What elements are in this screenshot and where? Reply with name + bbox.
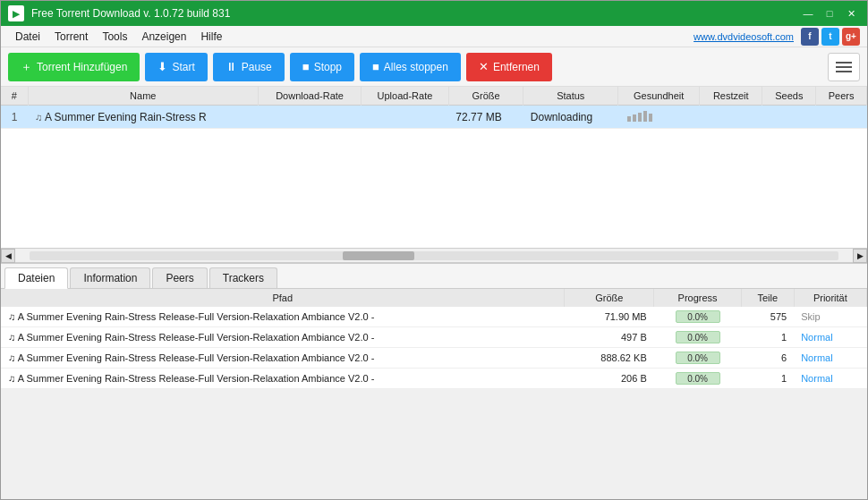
file-size: 206 B [565, 369, 654, 389]
toolbar: ＋ Torrent Hinzufügen ⬇ Start ⏸ Pause ■ S… [1, 47, 867, 87]
files-table-body: ♫ A Summer Evening Rain-Stress Release-F… [1, 307, 867, 389]
scroll-track[interactable] [30, 251, 838, 260]
googleplus-icon[interactable]: g+ [842, 28, 860, 46]
file-path: ♫ A Summer Evening Rain-Stress Release-F… [1, 307, 565, 327]
col-pfad: Pfad [1, 289, 565, 307]
torrent-table: # Name Download-Rate Upload-Rate Größe S… [1, 87, 867, 129]
row-health [618, 106, 700, 129]
tab-trackers[interactable]: Trackers [209, 267, 277, 288]
col-size: Größe [448, 87, 523, 106]
file-priority: Normal [794, 327, 866, 348]
list-item[interactable]: ♫ A Summer Evening Rain-Stress Release-F… [1, 307, 867, 327]
menu-hilfe[interactable]: Hilfe [193, 29, 229, 45]
pause-icon: ⏸ [226, 60, 237, 73]
file-teile: 6 [741, 348, 794, 369]
svg-rect-2 [638, 113, 642, 122]
stop-icon: ■ [302, 60, 310, 73]
row-peers [816, 106, 867, 129]
col-health: Gesundheit [618, 87, 700, 106]
col-teile: Teile [741, 289, 794, 307]
file-progress: 0.0% [654, 369, 742, 389]
pause-button[interactable]: ⏸ Pause [213, 53, 285, 81]
file-progress: 0.0% [654, 327, 742, 348]
file-teile: 575 [741, 307, 794, 327]
files-table-header: Pfad Größe Progress Teile Priorität [1, 289, 867, 307]
hamburger-button[interactable] [828, 53, 860, 81]
twitter-icon[interactable]: t [821, 28, 839, 46]
menu-tools[interactable]: Tools [95, 29, 134, 45]
row-name: ♫ A Summer Evening Rain-Stress R [28, 106, 259, 129]
file-teile: 1 [741, 369, 794, 389]
horizontal-scrollbar[interactable]: ◀ ▶ [1, 248, 867, 262]
col-peers: Peers [816, 87, 867, 106]
menu-torrent[interactable]: Torrent [47, 29, 95, 45]
col-groesse: Größe [565, 289, 654, 307]
menu-datei[interactable]: Datei [8, 29, 47, 45]
torrent-table-header: # Name Download-Rate Upload-Rate Größe S… [1, 87, 867, 106]
scroll-right-arrow[interactable]: ▶ [853, 249, 867, 263]
col-progress: Progress [654, 289, 742, 307]
svg-rect-0 [627, 116, 631, 122]
maximize-button[interactable]: □ [821, 6, 838, 21]
app-title: Free Torrent Download v. 1.0.72 build 83… [31, 7, 799, 20]
scroll-thumb[interactable] [343, 251, 414, 260]
menubar: Datei Torrent Tools Anzeigen Hilfe www.d… [1, 26, 867, 47]
file-priority: Skip [794, 307, 866, 327]
col-prioritaet: Priorität [794, 289, 866, 307]
tab-bar: Dateien Information Peers Trackers [1, 264, 867, 289]
file-size: 497 B [565, 327, 654, 348]
file-progress: 0.0% [654, 307, 742, 327]
row-upload-rate [362, 106, 449, 129]
table-row[interactable]: 1 ♫ A Summer Evening Rain-Stress R 72.77… [1, 106, 867, 129]
plus-icon: ＋ [21, 59, 32, 75]
row-seeds [762, 106, 816, 129]
remove-button[interactable]: ✕ Entfernen [466, 53, 552, 81]
file-priority: Normal [794, 369, 866, 389]
facebook-icon[interactable]: f [801, 28, 819, 46]
file-path: ♫ A Summer Evening Rain-Stress Release-F… [1, 369, 565, 389]
tab-information[interactable]: Information [70, 267, 150, 288]
remove-icon: ✕ [479, 60, 489, 73]
bottom-panel: Dateien Information Peers Trackers Pfad … [1, 263, 867, 389]
torrent-table-area: # Name Download-Rate Upload-Rate Größe S… [1, 87, 867, 263]
col-restzeit: Restzeit [700, 87, 762, 106]
svg-rect-3 [643, 111, 647, 122]
list-item[interactable]: ♫ A Summer Evening Rain-Stress Release-F… [1, 369, 867, 389]
row-restzeit [700, 106, 762, 129]
col-seeds: Seeds [762, 87, 816, 106]
file-priority: Normal [794, 348, 866, 369]
allstop-icon: ■ [372, 60, 379, 73]
list-item[interactable]: ♫ A Summer Evening Rain-Stress Release-F… [1, 348, 867, 369]
allstop-button[interactable]: ■ Alles stoppen [360, 53, 461, 81]
scroll-left-arrow[interactable]: ◀ [1, 249, 15, 263]
tab-peers[interactable]: Peers [152, 267, 207, 288]
website-link[interactable]: www.dvdvideosoft.com [694, 31, 794, 42]
file-size: 888.62 KB [565, 348, 654, 369]
menu-anzeigen[interactable]: Anzeigen [134, 29, 193, 45]
minimize-button[interactable]: — [799, 6, 817, 21]
list-item[interactable]: ♫ A Summer Evening Rain-Stress Release-F… [1, 327, 867, 348]
window-controls: — □ ✕ [799, 6, 860, 21]
file-path: ♫ A Summer Evening Rain-Stress Release-F… [1, 327, 565, 348]
row-download-rate [259, 106, 362, 129]
svg-rect-1 [633, 114, 636, 122]
start-button[interactable]: ⬇ Start [145, 53, 207, 81]
social-icons: f t g+ [801, 28, 860, 46]
svg-rect-4 [649, 114, 652, 122]
file-teile: 1 [741, 327, 794, 348]
health-chart [625, 109, 661, 122]
titlebar: ▶ Free Torrent Download v. 1.0.72 build … [1, 1, 867, 26]
tab-dateien[interactable]: Dateien [4, 267, 68, 289]
row-index: 1 [1, 106, 28, 129]
col-upload-rate: Upload-Rate [362, 87, 449, 106]
file-progress: 0.0% [654, 348, 742, 369]
add-torrent-button[interactable]: ＋ Torrent Hinzufügen [8, 53, 140, 81]
stop-button[interactable]: ■ Stopp [290, 53, 354, 81]
close-button[interactable]: ✕ [842, 6, 860, 21]
col-number: # [1, 87, 28, 106]
torrent-scroll-area: # Name Download-Rate Upload-Rate Größe S… [1, 87, 867, 248]
files-table: Pfad Größe Progress Teile Priorität ♫ A … [1, 289, 867, 389]
file-path: ♫ A Summer Evening Rain-Stress Release-F… [1, 348, 565, 369]
row-size: 72.77 MB [448, 106, 523, 129]
row-status: Downloading [523, 106, 618, 129]
